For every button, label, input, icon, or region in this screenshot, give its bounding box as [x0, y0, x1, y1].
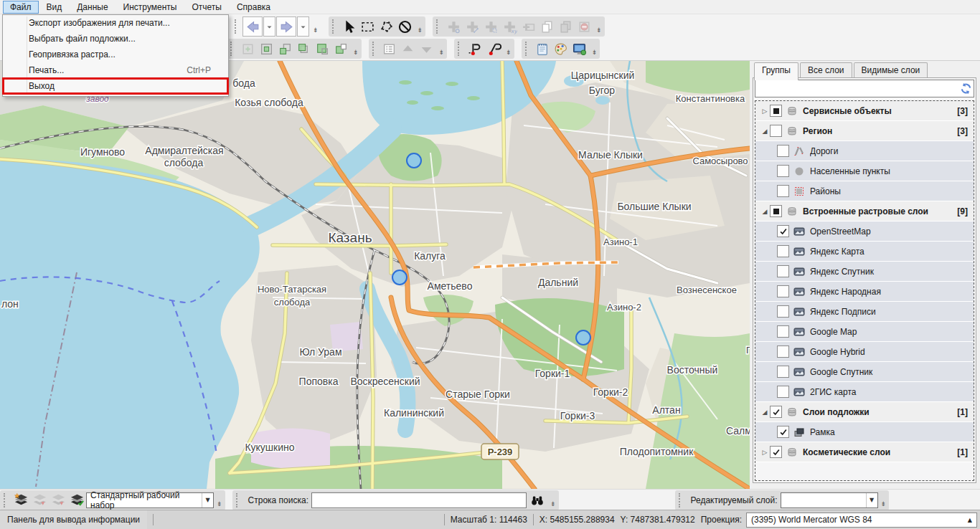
snap-start-icon[interactable] — [466, 39, 484, 58]
toolbar-overflow-icon[interactable]: ⇟ — [596, 27, 602, 34]
display-icon[interactable] — [570, 39, 589, 58]
drag-handle[interactable] — [679, 493, 683, 507]
layer-row-2ГИС карта[interactable]: 2ГИС карта — [755, 382, 974, 402]
layer-checkbox-indeterminate[interactable] — [770, 205, 782, 217]
layer-checkbox-unchecked[interactable] — [777, 285, 789, 297]
move-up-icon[interactable] — [399, 39, 418, 58]
drag-handle[interactable] — [230, 42, 235, 56]
layer-checkbox-unchecked[interactable] — [777, 185, 789, 197]
layer-checkbox-unchecked[interactable] — [777, 366, 789, 378]
back-drop-icon[interactable] — [263, 16, 275, 37]
layer-checkbox-unchecked[interactable] — [777, 245, 789, 257]
layer-row-Яндекс Спутник[interactable]: Яндекс Спутник — [755, 262, 974, 282]
layer-checkbox-unchecked[interactable] — [777, 305, 789, 318]
drag-handle[interactable] — [458, 42, 462, 56]
stack-star-icon[interactable] — [11, 490, 30, 509]
layer-row-Яндекс Карта[interactable]: Яндекс Карта — [755, 242, 974, 262]
layer-checkbox-unchecked[interactable] — [777, 145, 789, 157]
menu-item-Данные[interactable]: Данные — [70, 1, 115, 14]
binoculars-icon[interactable] — [528, 492, 547, 509]
menu-item-Вид[interactable]: Вид — [39, 1, 70, 14]
expander-collapsed-icon[interactable]: ▷ — [760, 108, 770, 115]
projection-combobox[interactable]: (3395) World Mercator WGS 84 ▲ — [746, 513, 977, 528]
map-marker[interactable] — [576, 330, 590, 345]
layer-row-Яндекс Подписи[interactable]: Яндекс Подписи — [755, 302, 974, 322]
drag-handle[interactable] — [525, 42, 529, 56]
drag-handle[interactable] — [4, 493, 8, 507]
zoom-overlap-icon[interactable] — [294, 39, 313, 58]
copy-icon[interactable] — [537, 17, 556, 36]
layer-checkbox-unchecked[interactable] — [777, 386, 789, 398]
layer-checkbox-checked[interactable] — [777, 426, 789, 438]
forward-drop-icon[interactable] — [297, 16, 309, 37]
layer-row-Регион[interactable]: ◢Регион[3] — [755, 121, 974, 141]
layer-row-Google Map[interactable]: Google Map — [755, 322, 974, 342]
drag-handle[interactable] — [236, 493, 240, 507]
expander-expanded-icon[interactable]: ◢ — [760, 128, 770, 135]
layer-row-Районы[interactable]: Районы — [755, 181, 974, 201]
map-view[interactable]: Р-239 бодазаводКозья слободаЦарицынскийБ… — [0, 61, 750, 489]
drag-handle[interactable] — [332, 19, 336, 34]
layer-row-Слои подложки[interactable]: ◢Слои подложки[1] — [755, 402, 974, 422]
layer-row-Яндекс Народная[interactable]: Яндекс Народная — [755, 282, 974, 302]
search-input[interactable] — [311, 492, 527, 508]
expander-expanded-icon[interactable]: ◢ — [760, 208, 770, 215]
layer-checkbox-indeterminate[interactable] — [770, 105, 782, 117]
refresh-icon[interactable] — [958, 82, 974, 96]
layer-checkbox-checked[interactable] — [770, 446, 782, 458]
layer-checkbox-unchecked[interactable] — [777, 345, 789, 358]
list-icon[interactable] — [380, 39, 399, 58]
expander-collapsed-icon[interactable]: ▷ — [760, 449, 770, 456]
file-menu-item-Печать[interactable]: Печать...Ctrl+P — [3, 62, 228, 78]
tab-Все слои[interactable]: Все слои — [800, 62, 852, 78]
layer-row-Косметические слои[interactable]: ▷Косметические слои[1] — [755, 442, 974, 462]
toolbar-overflow-icon[interactable]: ⇟ — [353, 49, 359, 56]
expander-expanded-icon[interactable]: ◢ — [760, 409, 770, 416]
menu-item-Инструменты[interactable]: Инструменты — [116, 1, 184, 14]
zoom-full-icon[interactable] — [313, 39, 331, 58]
stack-check-icon[interactable] — [67, 490, 86, 509]
file-menu-item-Выбратьфайлподложки[interactable]: Выбрать файл подложки... — [3, 31, 228, 47]
file-menu-item-Выход[interactable]: Выход — [3, 78, 228, 94]
tab-Видимые слои[interactable]: Видимые слои — [854, 62, 928, 78]
layer-checkbox-unchecked[interactable] — [777, 265, 789, 277]
add-xy-icon[interactable]: xy — [500, 17, 519, 36]
stack-del2-icon[interactable] — [49, 490, 67, 509]
menu-item-Справка[interactable]: Справка — [230, 1, 278, 14]
info-panel-tab[interactable]: Панель для вывода информации — [0, 510, 147, 529]
toolbar-overflow-icon[interactable]: ⇟ — [439, 49, 445, 56]
layer-row-Дороги[interactable]: Дороги — [755, 141, 974, 161]
edit-layer-combobox[interactable]: ▼ — [781, 492, 878, 508]
zoom-layers-icon[interactable] — [275, 39, 294, 58]
toolbar-overflow-icon[interactable]: ⇟ — [550, 500, 556, 507]
palette-icon[interactable] — [552, 39, 570, 58]
back-icon[interactable] — [242, 16, 263, 37]
drag-handle[interactable] — [235, 19, 239, 34]
layer-row-Google Спутник[interactable]: Google Спутник — [755, 362, 974, 382]
menu-item-Отчеты[interactable]: Отчеты — [184, 1, 228, 14]
zoom-prev-icon[interactable] — [331, 39, 350, 58]
layer-row-Населенные пункты[interactable]: Населенные пункты — [755, 161, 974, 181]
layer-row-Google Hybrid[interactable]: Google Hybrid — [755, 342, 974, 362]
delete-icon[interactable] — [575, 17, 593, 36]
layer-checkbox-checked[interactable] — [777, 225, 789, 237]
marquee-icon[interactable] — [359, 17, 377, 36]
drag-handle[interactable] — [436, 19, 440, 34]
map-canvas[interactable]: Р-239 бодазаводКозья слободаЦарицынскийБ… — [0, 61, 750, 489]
toolbar-overflow-icon[interactable]: ⇟ — [592, 49, 598, 56]
zoom-in-icon[interactable] — [257, 39, 275, 58]
zoom-plus-icon[interactable] — [238, 39, 257, 58]
duplicate-icon[interactable] — [556, 17, 575, 36]
map-marker[interactable] — [407, 153, 421, 168]
layer-row-Сервисные объекты[interactable]: ▷Сервисные объекты[3] — [755, 101, 974, 121]
file-menu-item-Геопривязкарастра[interactable]: Геопривязка растра... — [3, 47, 228, 62]
add-polygon-icon[interactable] — [481, 17, 500, 36]
notes-icon[interactable] — [533, 39, 552, 58]
toolbar-overflow-icon[interactable]: ⇟ — [217, 500, 222, 507]
file-menu-item-Экспортизображениядляпечати[interactable]: Экспорт изображения для печати... — [3, 15, 228, 31]
map-marker[interactable] — [392, 270, 407, 285]
layer-row-Встроенные растровые слои[interactable]: ◢Встроенные растровые слои[9] — [755, 201, 974, 221]
drag-handle[interactable] — [372, 42, 377, 56]
layer-checkbox-checked[interactable] — [770, 406, 782, 418]
snap-end-icon[interactable] — [484, 39, 503, 58]
